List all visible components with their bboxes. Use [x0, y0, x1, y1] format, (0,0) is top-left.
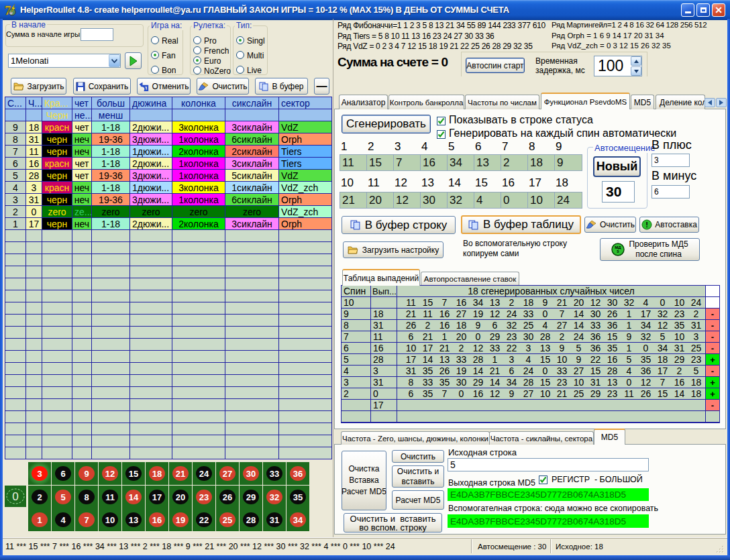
svg-text:0: 0	[12, 490, 18, 503]
svg-text:!: !	[645, 221, 648, 229]
